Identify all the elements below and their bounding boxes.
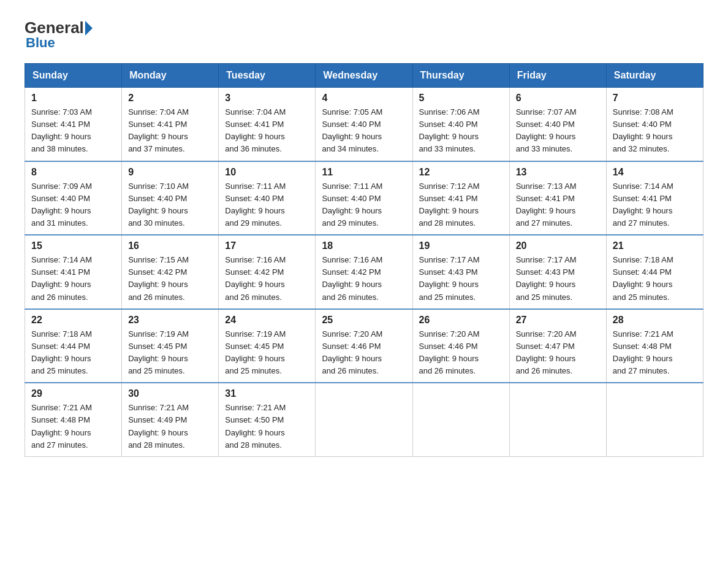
calendar-cell: 22 Sunrise: 7:18 AM Sunset: 4:44 PM Dayl… xyxy=(25,309,122,383)
calendar-cell: 2 Sunrise: 7:04 AM Sunset: 4:41 PM Dayli… xyxy=(122,88,219,161)
day-info: Sunrise: 7:11 AM Sunset: 4:40 PM Dayligh… xyxy=(322,180,406,230)
day-number: 26 xyxy=(419,315,503,326)
day-info: Sunrise: 7:14 AM Sunset: 4:41 PM Dayligh… xyxy=(613,180,697,230)
day-info: Sunrise: 7:08 AM Sunset: 4:40 PM Dayligh… xyxy=(613,106,697,156)
calendar-cell: 25 Sunrise: 7:20 AM Sunset: 4:46 PM Dayl… xyxy=(316,309,412,383)
calendar-cell: 11 Sunrise: 7:11 AM Sunset: 4:40 PM Dayl… xyxy=(316,161,412,236)
logo-arrow-icon xyxy=(85,21,93,36)
calendar-week-row: 22 Sunrise: 7:18 AM Sunset: 4:44 PM Dayl… xyxy=(25,309,703,383)
day-number: 17 xyxy=(225,240,309,251)
day-number: 14 xyxy=(613,167,697,178)
day-info: Sunrise: 7:20 AM Sunset: 4:47 PM Dayligh… xyxy=(516,328,600,378)
calendar-cell: 24 Sunrise: 7:19 AM Sunset: 4:45 PM Dayl… xyxy=(219,309,316,383)
day-number: 28 xyxy=(613,315,697,326)
day-number: 2 xyxy=(128,93,212,104)
day-info: Sunrise: 7:17 AM Sunset: 4:43 PM Dayligh… xyxy=(419,254,503,304)
day-info: Sunrise: 7:18 AM Sunset: 4:44 PM Dayligh… xyxy=(613,254,697,304)
weekday-header-friday: Friday xyxy=(509,64,606,88)
calendar-cell: 10 Sunrise: 7:11 AM Sunset: 4:40 PM Dayl… xyxy=(219,161,316,236)
day-info: Sunrise: 7:12 AM Sunset: 4:41 PM Dayligh… xyxy=(419,180,503,230)
calendar-cell: 4 Sunrise: 7:05 AM Sunset: 4:40 PM Dayli… xyxy=(316,88,412,161)
day-info: Sunrise: 7:10 AM Sunset: 4:40 PM Dayligh… xyxy=(128,180,212,230)
logo-blue-text: Blue xyxy=(26,35,55,51)
calendar-cell xyxy=(316,383,412,456)
day-number: 29 xyxy=(31,388,115,399)
weekday-header-row: SundayMondayTuesdayWednesdayThursdayFrid… xyxy=(25,64,703,88)
calendar-cell: 23 Sunrise: 7:19 AM Sunset: 4:45 PM Dayl… xyxy=(122,309,219,383)
calendar-week-row: 8 Sunrise: 7:09 AM Sunset: 4:40 PM Dayli… xyxy=(25,161,703,236)
day-info: Sunrise: 7:14 AM Sunset: 4:41 PM Dayligh… xyxy=(31,254,115,304)
day-info: Sunrise: 7:15 AM Sunset: 4:42 PM Dayligh… xyxy=(128,254,212,304)
calendar-week-row: 15 Sunrise: 7:14 AM Sunset: 4:41 PM Dayl… xyxy=(25,235,703,309)
day-number: 15 xyxy=(31,240,115,251)
day-number: 4 xyxy=(322,93,406,104)
calendar-cell: 28 Sunrise: 7:21 AM Sunset: 4:48 PM Dayl… xyxy=(606,309,703,383)
calendar-table: SundayMondayTuesdayWednesdayThursdayFrid… xyxy=(25,63,703,457)
day-info: Sunrise: 7:04 AM Sunset: 4:41 PM Dayligh… xyxy=(225,106,309,156)
day-info: Sunrise: 7:21 AM Sunset: 4:48 PM Dayligh… xyxy=(613,328,697,378)
day-number: 16 xyxy=(128,240,212,251)
calendar-cell xyxy=(606,383,703,456)
day-number: 5 xyxy=(419,93,503,104)
day-info: Sunrise: 7:18 AM Sunset: 4:44 PM Dayligh… xyxy=(31,328,115,378)
day-number: 20 xyxy=(516,240,600,251)
day-info: Sunrise: 7:07 AM Sunset: 4:40 PM Dayligh… xyxy=(516,106,600,156)
calendar-cell: 27 Sunrise: 7:20 AM Sunset: 4:47 PM Dayl… xyxy=(509,309,606,383)
day-number: 7 xyxy=(613,93,697,104)
day-info: Sunrise: 7:04 AM Sunset: 4:41 PM Dayligh… xyxy=(128,106,212,156)
weekday-header-saturday: Saturday xyxy=(606,64,703,88)
calendar-cell: 19 Sunrise: 7:17 AM Sunset: 4:43 PM Dayl… xyxy=(412,235,509,309)
day-number: 25 xyxy=(322,315,406,326)
day-info: Sunrise: 7:05 AM Sunset: 4:40 PM Dayligh… xyxy=(322,106,406,156)
day-number: 31 xyxy=(225,388,309,399)
calendar-cell: 16 Sunrise: 7:15 AM Sunset: 4:42 PM Dayl… xyxy=(122,235,219,309)
weekday-header-thursday: Thursday xyxy=(412,64,509,88)
calendar-cell: 13 Sunrise: 7:13 AM Sunset: 4:41 PM Dayl… xyxy=(509,161,606,236)
day-number: 9 xyxy=(128,167,212,178)
day-number: 27 xyxy=(516,315,600,326)
weekday-header-monday: Monday xyxy=(122,64,219,88)
day-number: 8 xyxy=(31,167,115,178)
calendar-cell: 7 Sunrise: 7:08 AM Sunset: 4:40 PM Dayli… xyxy=(606,88,703,161)
day-number: 21 xyxy=(613,240,697,251)
day-number: 30 xyxy=(128,388,212,399)
day-number: 1 xyxy=(31,93,115,104)
day-info: Sunrise: 7:21 AM Sunset: 4:49 PM Dayligh… xyxy=(128,402,212,451)
calendar-cell: 14 Sunrise: 7:14 AM Sunset: 4:41 PM Dayl… xyxy=(606,161,703,236)
day-info: Sunrise: 7:17 AM Sunset: 4:43 PM Dayligh… xyxy=(516,254,600,304)
calendar-cell: 6 Sunrise: 7:07 AM Sunset: 4:40 PM Dayli… xyxy=(509,88,606,161)
day-info: Sunrise: 7:16 AM Sunset: 4:42 PM Dayligh… xyxy=(322,254,406,304)
calendar-cell: 12 Sunrise: 7:12 AM Sunset: 4:41 PM Dayl… xyxy=(412,161,509,236)
calendar-week-row: 1 Sunrise: 7:03 AM Sunset: 4:41 PM Dayli… xyxy=(25,88,703,161)
day-info: Sunrise: 7:03 AM Sunset: 4:41 PM Dayligh… xyxy=(31,106,115,156)
calendar-cell: 20 Sunrise: 7:17 AM Sunset: 4:43 PM Dayl… xyxy=(509,235,606,309)
day-info: Sunrise: 7:09 AM Sunset: 4:40 PM Dayligh… xyxy=(31,180,115,230)
logo: General Blue xyxy=(25,18,94,51)
day-number: 13 xyxy=(516,167,600,178)
calendar-cell: 31 Sunrise: 7:21 AM Sunset: 4:50 PM Dayl… xyxy=(219,383,316,456)
day-number: 11 xyxy=(322,167,406,178)
calendar-cell: 21 Sunrise: 7:18 AM Sunset: 4:44 PM Dayl… xyxy=(606,235,703,309)
calendar-cell: 9 Sunrise: 7:10 AM Sunset: 4:40 PM Dayli… xyxy=(122,161,219,236)
day-info: Sunrise: 7:21 AM Sunset: 4:48 PM Dayligh… xyxy=(31,402,115,451)
day-info: Sunrise: 7:13 AM Sunset: 4:41 PM Dayligh… xyxy=(516,180,600,230)
calendar-cell: 17 Sunrise: 7:16 AM Sunset: 4:42 PM Dayl… xyxy=(219,235,316,309)
weekday-header-wednesday: Wednesday xyxy=(316,64,412,88)
calendar-cell xyxy=(509,383,606,456)
calendar-cell: 5 Sunrise: 7:06 AM Sunset: 4:40 PM Dayli… xyxy=(412,88,509,161)
day-info: Sunrise: 7:16 AM Sunset: 4:42 PM Dayligh… xyxy=(225,254,309,304)
calendar-cell: 26 Sunrise: 7:20 AM Sunset: 4:46 PM Dayl… xyxy=(412,309,509,383)
day-number: 23 xyxy=(128,315,212,326)
calendar-cell: 8 Sunrise: 7:09 AM Sunset: 4:40 PM Dayli… xyxy=(25,161,122,236)
day-info: Sunrise: 7:06 AM Sunset: 4:40 PM Dayligh… xyxy=(419,106,503,156)
weekday-header-tuesday: Tuesday xyxy=(219,64,316,88)
calendar-week-row: 29 Sunrise: 7:21 AM Sunset: 4:48 PM Dayl… xyxy=(25,383,703,456)
day-info: Sunrise: 7:20 AM Sunset: 4:46 PM Dayligh… xyxy=(419,328,503,378)
calendar-cell xyxy=(412,383,509,456)
page-header: General Blue xyxy=(25,18,703,51)
calendar-cell: 1 Sunrise: 7:03 AM Sunset: 4:41 PM Dayli… xyxy=(25,88,122,161)
day-info: Sunrise: 7:19 AM Sunset: 4:45 PM Dayligh… xyxy=(225,328,309,378)
calendar-cell: 18 Sunrise: 7:16 AM Sunset: 4:42 PM Dayl… xyxy=(316,235,412,309)
day-number: 10 xyxy=(225,167,309,178)
calendar-cell: 29 Sunrise: 7:21 AM Sunset: 4:48 PM Dayl… xyxy=(25,383,122,456)
